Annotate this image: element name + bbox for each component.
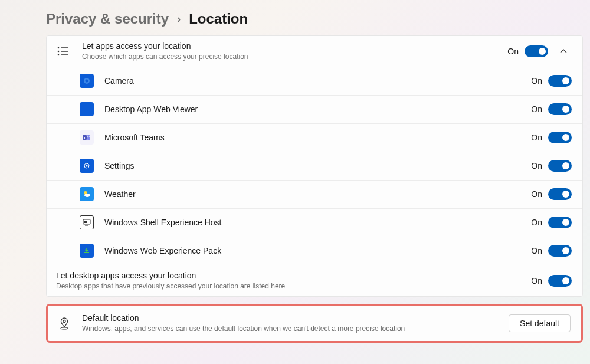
toggle-status-label: On [531, 276, 542, 286]
list-icon [56, 44, 70, 58]
toggle-status-label: On [531, 104, 542, 114]
app-row-camera: Camera On [47, 67, 582, 96]
svg-point-0 [58, 47, 60, 49]
svg-rect-19 [84, 252, 89, 253]
toggle-status-label: On [507, 47, 519, 56]
desktop-apps-title: Let desktop apps access your location [56, 270, 531, 281]
toggle-status-label: On [531, 133, 542, 142]
svg-point-4 [58, 54, 60, 56]
svg-point-21 [61, 327, 68, 329]
set-default-button[interactable]: Set default [509, 314, 571, 332]
shell-experience-icon [80, 215, 94, 229]
location-pin-icon [57, 316, 71, 330]
svg-rect-17 [84, 221, 87, 223]
let-apps-access-toggle[interactable] [525, 45, 548, 57]
teams-icon: T [80, 130, 94, 145]
app-name-label: Desktop App Web Viewer [104, 104, 531, 114]
chevron-right-icon: › [177, 13, 181, 25]
apps-access-card: Let apps access your location Choose whi… [46, 35, 583, 297]
app-name-label: Windows Web Experience Pack [104, 246, 531, 255]
default-location-card: Default location Windows, apps, and serv… [46, 304, 583, 343]
svg-point-2 [58, 51, 60, 53]
breadcrumb-current: Location [189, 11, 248, 27]
toggle-status-label: On [531, 76, 542, 86]
svg-point-15 [84, 194, 90, 197]
svg-point-20 [63, 320, 65, 322]
app-name-label: Microsoft Teams [104, 133, 531, 142]
toggle-status-label: On [531, 218, 542, 227]
app-name-label: Settings [104, 161, 531, 170]
app-name-label: Windows Shell Experience Host [104, 218, 531, 227]
svg-point-7 [86, 80, 88, 83]
breadcrumb: Privacy & security › Location [46, 11, 583, 27]
app-toggle-microsoft-teams[interactable] [548, 132, 572, 143]
app-row-microsoft-teams: T Microsoft Teams On [47, 124, 582, 152]
default-location-title: Default location [82, 313, 509, 323]
toggle-status-label: On [531, 189, 542, 199]
app-row-weather: Weather On [47, 181, 582, 209]
svg-rect-11 [87, 137, 90, 140]
desktop-apps-subtitle: Desktop apps that have previously access… [56, 281, 531, 291]
app-toggle-shell-experience[interactable] [548, 217, 572, 228]
app-toggle-weather[interactable] [548, 188, 572, 200]
toggle-status-label: On [531, 246, 542, 255]
app-row-shell-experience: Windows Shell Experience Host On [47, 209, 582, 237]
default-location-subtitle: Windows, apps, and services can use the … [82, 324, 509, 334]
let-apps-access-title: Let apps access your location [82, 41, 507, 51]
app-row-settings: Settings On [47, 152, 582, 181]
app-name-label: Camera [104, 76, 531, 86]
let-apps-access-row[interactable]: Let apps access your location Choose whi… [47, 36, 582, 67]
breadcrumb-parent[interactable]: Privacy & security [46, 11, 169, 27]
svg-point-13 [86, 165, 88, 167]
web-experience-icon [80, 244, 94, 258]
let-desktop-apps-access-row: Let desktop apps access your location De… [47, 265, 582, 296]
app-row-web-experience: Windows Web Experience Pack On [47, 237, 582, 265]
let-apps-access-subtitle: Choose which apps can access your precis… [82, 52, 507, 62]
desktop-apps-toggle[interactable] [548, 275, 572, 287]
settings-icon [80, 159, 94, 173]
app-generic-icon [80, 102, 94, 116]
app-toggle-settings[interactable] [548, 160, 572, 172]
svg-point-10 [87, 135, 90, 137]
camera-icon [80, 74, 94, 88]
app-toggle-camera[interactable] [548, 75, 572, 87]
app-toggle-web-experience[interactable] [548, 245, 572, 257]
app-row-desktop-app-web-viewer: Desktop App Web Viewer On [47, 96, 582, 124]
toggle-status-label: On [531, 161, 542, 170]
chevron-up-icon[interactable] [555, 43, 572, 60]
app-toggle-desktop-app-web-viewer[interactable] [548, 103, 572, 115]
svg-text:T: T [84, 136, 86, 140]
app-name-label: Weather [104, 189, 531, 199]
weather-icon [80, 187, 94, 201]
